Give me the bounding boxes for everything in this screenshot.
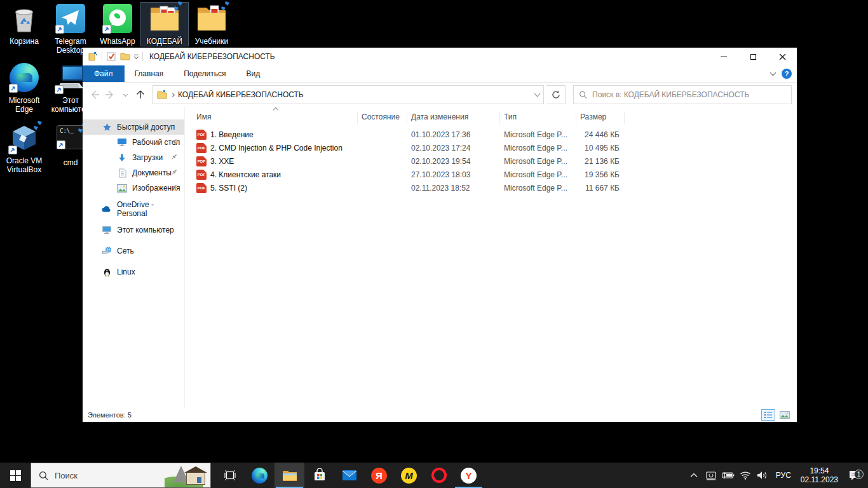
file-name: 2. CMD Injection & PHP Code Injection: [210, 144, 342, 152]
ribbon-collapse-icon[interactable]: [770, 70, 776, 76]
task-view-button[interactable]: [215, 463, 245, 488]
properties-button-icon[interactable]: [106, 51, 116, 62]
sidebar-item-network[interactable]: Сеть: [83, 243, 184, 259]
column-header-type[interactable]: Тип: [500, 112, 576, 125]
taskbar-yandex-browser-icon[interactable]: Y: [454, 463, 484, 488]
folder-icon: [157, 90, 167, 99]
close-button[interactable]: [768, 48, 797, 65]
minimize-button[interactable]: [709, 48, 738, 65]
start-button[interactable]: [0, 463, 31, 488]
taskbar-opera-icon[interactable]: [424, 463, 454, 488]
search-highlight-image[interactable]: [165, 463, 210, 487]
sidebar-item-onedrive[interactable]: OneDrive - Personal: [83, 201, 184, 217]
items-count: Элементов: 5: [88, 411, 132, 419]
file-row[interactable]: PDF2. CMD Injection & PHP Code Injection…: [196, 141, 797, 154]
pdf-file-icon: PDF: [196, 143, 207, 153]
tab-file[interactable]: Файл: [83, 65, 125, 82]
file-row[interactable]: PDF1. Введение 01.10.2023 17:36 Microsof…: [196, 128, 797, 141]
title-bar[interactable]: КОДЕБАЙ КИБЕРБЕЗОПАСНОСТЬ: [83, 48, 797, 65]
file-size: 24 446 КБ: [576, 130, 625, 139]
qat-customize-icon[interactable]: [134, 55, 139, 58]
yandex-glyph: Я: [371, 468, 387, 484]
back-button[interactable]: [88, 88, 102, 102]
action-center-button[interactable]: 1: [845, 470, 864, 481]
desktop-icon-telegram[interactable]: Telegram Desktop: [47, 3, 94, 55]
tray-chevron-up-icon[interactable]: [688, 473, 700, 478]
tab-view[interactable]: Вид: [236, 65, 270, 82]
refresh-button[interactable]: [546, 85, 566, 104]
file-size: 11 667 КБ: [576, 184, 625, 193]
tab-share[interactable]: Поделиться: [173, 65, 236, 82]
taskbar: Я M Y: [0, 463, 868, 488]
pin-icon: [170, 184, 178, 191]
up-button[interactable]: [133, 88, 147, 102]
search-input[interactable]: [592, 90, 786, 99]
sidebar-item-quick-access[interactable]: Быстрый доступ: [83, 119, 184, 135]
recent-locations-icon[interactable]: [118, 88, 132, 102]
shortcut-arrow-icon: [57, 140, 65, 149]
quick-access-star-icon: [102, 122, 112, 132]
forward-button[interactable]: [103, 88, 117, 102]
breadcrumb[interactable]: КОДЕБАЙ КИБЕРБЕЗОПАСНОСТЬ: [178, 90, 304, 99]
file-row[interactable]: PDF4. Клиентские атаки 27.10.2023 18:03 …: [196, 168, 797, 181]
tray-wifi-icon[interactable]: [739, 471, 752, 480]
file-row[interactable]: PDF3. XXE 02.10.2023 19:54 Microsoft Edg…: [196, 154, 797, 168]
column-header-status[interactable]: Состояние: [358, 112, 407, 125]
address-dropdown-icon[interactable]: [534, 91, 541, 97]
tab-home[interactable]: Главная: [125, 65, 174, 82]
desktop-icon-label: WhatsApp: [94, 37, 141, 46]
sidebar-item-this-pc[interactable]: Этот компьютер: [83, 222, 184, 238]
sort-ascending-icon: [273, 107, 278, 112]
column-header-size[interactable]: Размер: [576, 112, 625, 125]
search-box[interactable]: [573, 85, 792, 104]
tray-volume-icon[interactable]: [756, 471, 769, 480]
desktop-icon-whatsapp[interactable]: WhatsApp: [94, 3, 141, 46]
taskbar-yandex-icon[interactable]: Я: [364, 463, 394, 488]
window-system-icon[interactable]: [88, 51, 98, 62]
sidebar-item-documents[interactable]: Документы: [83, 165, 184, 180]
sidebar-item-label: Быстрый доступ: [117, 123, 175, 132]
maximize-button[interactable]: [738, 48, 768, 65]
language-indicator[interactable]: РУС: [773, 471, 794, 480]
sidebar-item-pictures[interactable]: Изображения: [83, 180, 184, 196]
desktop-icon-virtualbox[interactable]: Oracle VM VirtualBox: [1, 122, 48, 174]
taskbar-mail-icon[interactable]: [334, 463, 364, 488]
taskbar-store-icon[interactable]: [304, 463, 334, 488]
status-bar: Элементов: 5: [83, 408, 797, 422]
pin-icon: [170, 138, 178, 146]
help-button[interactable]: ?: [782, 69, 792, 79]
large-icons-view-button[interactable]: [778, 409, 792, 421]
sync-arrows-icon: [31, 121, 43, 132]
desktop-icon-label: Oracle VM VirtualBox: [1, 156, 48, 174]
new-folder-button-icon[interactable]: [120, 51, 130, 62]
sidebar-item-linux[interactable]: Linux: [83, 264, 184, 280]
address-bar[interactable]: КОДЕБАЙ КИБЕРБЕЗОПАСНОСТЬ: [153, 85, 544, 104]
sync-arrows-icon: [218, 1, 231, 13]
taskbar-m-app-icon[interactable]: M: [394, 463, 424, 488]
column-header-date[interactable]: Дата изменения: [407, 112, 500, 125]
desktop-icon-kodebay[interactable]: КОДЕБАЙ: [141, 3, 188, 46]
search-icon: [579, 90, 587, 99]
taskbar-search-box[interactable]: [31, 463, 211, 488]
desktop-icon-edge[interactable]: Microsoft Edge: [1, 62, 48, 114]
file-row[interactable]: PDF5. SSTI (2) 02.11.2023 18:52 Microsof…: [196, 181, 797, 194]
shortcut-arrow-icon: [9, 84, 18, 93]
taskbar-edge-icon[interactable]: [245, 463, 275, 488]
divider: [142, 52, 143, 61]
details-view-button[interactable]: [761, 409, 775, 421]
cmd-icon: C:\_: [55, 125, 86, 156]
desktop-icon-recycle-bin[interactable]: Корзина: [1, 3, 48, 46]
file-date: 02.10.2023 19:54: [407, 157, 500, 166]
tray-battery-icon[interactable]: [722, 471, 735, 479]
taskbar-clock[interactable]: 19:54 02.11.2023: [798, 466, 841, 484]
desktop-folder-icon: [117, 137, 127, 147]
tab-label: Вид: [246, 69, 260, 78]
column-header-name[interactable]: Имя: [196, 112, 358, 125]
taskbar-search-input[interactable]: [55, 471, 137, 480]
file-date: 27.10.2023 18:03: [407, 170, 500, 179]
desktop-icon-uchebniki[interactable]: Учебники: [188, 3, 235, 46]
taskbar-explorer-icon[interactable]: [275, 463, 304, 488]
tray-display-sync-icon[interactable]: [705, 471, 717, 480]
sidebar-item-desktop[interactable]: Рабочий стол: [83, 135, 184, 150]
sidebar-item-downloads[interactable]: Загрузки: [83, 150, 184, 165]
